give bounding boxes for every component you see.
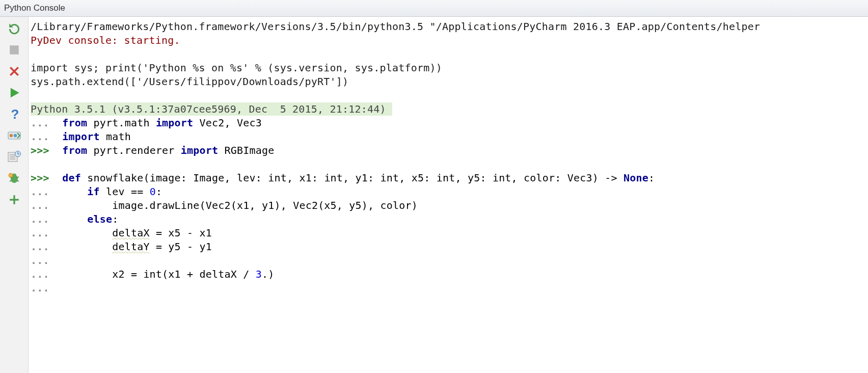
rerun-button[interactable] — [6, 21, 23, 36]
prompt-cont: ... — [31, 212, 56, 226]
run-button[interactable] — [6, 85, 23, 100]
new-button[interactable] — [6, 192, 23, 207]
prompt-cont: ... — [31, 240, 56, 254]
prompt-cont: ... — [31, 226, 56, 240]
startup-cmd-1: import sys; print('Python %s on %s' % (s… — [31, 62, 442, 74]
variables-button[interactable] — [6, 128, 23, 143]
startup-msg: PyDev console: starting. — [31, 34, 180, 46]
interpreter-path: /Library/Frameworks/Python.framework/Ver… — [31, 20, 760, 33]
startup-cmd-2: sys.path.extend(['/Users/filippov/Downlo… — [31, 75, 348, 88]
prompt-cont: ... — [31, 116, 56, 130]
main-area: ? /Library/Frameworks/Python.framework/V… — [0, 17, 868, 373]
svg-point-6 — [13, 134, 16, 137]
prompt-cont: ... — [31, 199, 56, 212]
prompt-main: >>> — [31, 144, 56, 157]
prompt-cont: ... — [31, 281, 56, 295]
debug-button[interactable] — [6, 171, 23, 186]
prompt-cont: ... — [31, 130, 56, 144]
svg-rect-0 — [10, 45, 19, 55]
svg-point-5 — [9, 134, 12, 137]
history-button[interactable] — [6, 149, 23, 165]
console-header: Python Console — [0, 0, 868, 17]
svg-point-20 — [9, 173, 13, 177]
console-toolbar: ? — [0, 17, 29, 373]
stop-button[interactable] — [6, 42, 23, 58]
svg-text:?: ? — [11, 108, 19, 121]
prompt-cont: ... — [31, 268, 56, 281]
help-button[interactable]: ? — [6, 106, 23, 122]
python-version: Python 3.5.1 (v3.5.1:37a07cee5969, Dec 5… — [31, 102, 392, 116]
console-title: Python Console — [4, 3, 65, 13]
prompt-cont: ... — [31, 185, 56, 199]
prompt-main: >>> — [31, 171, 56, 185]
close-button[interactable] — [6, 64, 23, 79]
console-output[interactable]: /Library/Frameworks/Python.framework/Ver… — [29, 17, 868, 373]
prompt-cont: ... — [31, 254, 56, 268]
